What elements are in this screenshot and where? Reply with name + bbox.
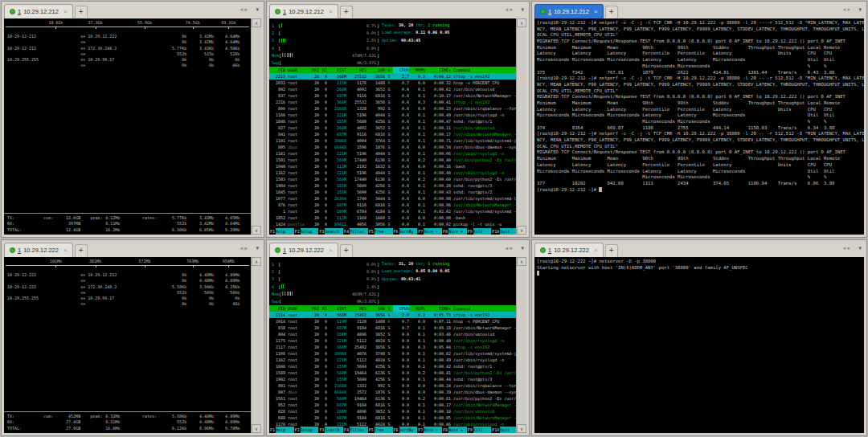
fkey-f2[interactable]: F2Setup bbox=[294, 427, 319, 434]
tab-menu-icon[interactable]: ▾ bbox=[256, 6, 259, 13]
fkey-f5[interactable]: F5Tree bbox=[368, 427, 393, 434]
process-row[interactable]: 837root200687M91166816S0.00.10:10.17/usr… bbox=[269, 92, 516, 99]
process-row[interactable]: 800root200216881328992S0.00.00:00.23/usr… bbox=[269, 105, 516, 112]
process-row[interactable]: 802root200268M40923652S0.00.10:00.62/usr… bbox=[269, 86, 516, 92]
terminal-tab[interactable]: 1 10.29.12.222 × bbox=[534, 243, 604, 257]
htop-terminal[interactable]: 1[0.0%]2[0.0%]3[0.0%]4[1.4%]Mem[403M/7.6… bbox=[269, 257, 516, 433]
fkey-f8[interactable]: F8Nice + bbox=[442, 228, 467, 235]
fkey-f3[interactable]: F3Search bbox=[318, 228, 343, 235]
process-row[interactable]: 2114root200368M254923656S2.00.30:05.73if… bbox=[269, 312, 516, 318]
column-header-nice[interactable]: NI bbox=[319, 305, 327, 312]
process-row[interactable]: 848root200687M91046816S0.00.10:00.05/usr… bbox=[269, 415, 516, 421]
column-header-time[interactable]: TIME+ bbox=[425, 305, 451, 312]
column-header-shr[interactable]: SHR bbox=[366, 305, 385, 312]
tab-close-icon[interactable]: × bbox=[63, 8, 68, 15]
fkey-f10[interactable]: F10Quit bbox=[491, 228, 516, 235]
fkey-f9[interactable]: F9Kill bbox=[467, 427, 492, 434]
column-header-nice[interactable]: NI bbox=[319, 67, 327, 73]
fkey-f1[interactable]: F1Help bbox=[269, 228, 294, 235]
scroll-down-icon[interactable]: ∨ bbox=[517, 226, 526, 235]
scroll-up-icon[interactable]: ∧ bbox=[252, 257, 261, 266]
column-header-state[interactable]: S bbox=[385, 67, 393, 73]
netperf-terminal[interactable]: [root@10-29-12-212 ~]# netperf -c -C -j … bbox=[534, 18, 864, 235]
terminal-tab[interactable]: 1 10.29.12.222 × bbox=[269, 243, 338, 257]
process-row[interactable]: 2117root200368M254923656S0.00.30:05.04if… bbox=[269, 344, 516, 350]
column-header-user[interactable]: USER bbox=[285, 305, 309, 312]
process-row[interactable]: 827root200268M40923652S0.00.10:00.11/usr… bbox=[269, 125, 516, 131]
process-row[interactable]: 1108root2003906840763748S0.00.10:00.82/u… bbox=[269, 350, 516, 357]
fkey-f6[interactable]: F6SortBy bbox=[393, 427, 418, 434]
process-row[interactable]: 2014root200119M21281488R0.70.00:07.11hto… bbox=[269, 318, 516, 325]
scroll-up-icon[interactable]: ∧ bbox=[517, 18, 526, 27]
fkey-f3[interactable]: F3Search bbox=[318, 427, 343, 434]
process-row[interactable]: 1583root200560M174406136S0.00.20:00.60/u… bbox=[269, 176, 516, 182]
column-header-command[interactable]: Command bbox=[451, 67, 516, 73]
process-row[interactable]: 1162root200221M51964044S0.00.10:00.40/us… bbox=[269, 169, 516, 176]
scroll-down-icon[interactable]: ∨ bbox=[252, 226, 261, 235]
column-header-command[interactable]: Command bbox=[451, 305, 516, 312]
column-header-virt[interactable]: VIRT bbox=[327, 67, 346, 73]
tab-scroll-arrows-icon[interactable]: ◂ ▸ bbox=[843, 6, 850, 13]
fkey-f2[interactable]: F2Setup bbox=[294, 228, 319, 235]
tab-scroll-arrows-icon[interactable]: ◂ ▸ bbox=[506, 245, 513, 251]
column-header-shr[interactable]: SHR bbox=[366, 67, 385, 73]
scrollbar[interactable]: ∧ ∨ bbox=[251, 18, 261, 235]
process-row[interactable]: 1161root200221M51964044S0.00.10:00.06/us… bbox=[269, 150, 516, 157]
process-row[interactable]: 1160root200221M51964044S0.00.10:00.49/us… bbox=[269, 112, 516, 118]
process-row[interactable]: 841root200687M91166816S0.00.10:00.17/usr… bbox=[269, 131, 516, 137]
fkey-f5[interactable]: F5Tree bbox=[368, 228, 393, 235]
column-header-pid[interactable]: PID bbox=[269, 305, 285, 312]
fkey-f9[interactable]: F9Kill bbox=[467, 228, 492, 235]
process-row[interactable]: 801root200216881332992S0.00.00:00.24/usr… bbox=[269, 382, 516, 389]
fkey-f8[interactable]: F8Nice + bbox=[442, 427, 467, 434]
column-header-mem-pct[interactable]: MEM% bbox=[409, 305, 425, 312]
tab-menu-icon[interactable]: ▾ bbox=[521, 245, 524, 251]
process-row[interactable]: 1101root2003906840043764S0.00.10:00.71/u… bbox=[269, 137, 516, 144]
scroll-down-icon[interactable]: ∨ bbox=[517, 424, 526, 433]
fkey-f1[interactable]: F1Help bbox=[269, 427, 294, 434]
scroll-up-icon[interactable]: ∧ bbox=[252, 18, 261, 27]
column-header-virt[interactable]: VIRT bbox=[327, 305, 346, 312]
process-row[interactable]: 1175root200221M51124024S0.00.10:00.40/us… bbox=[269, 337, 516, 344]
iftop-terminal[interactable]: 191Mb381Mb572Mb763Mb954Mb10-29-12-222=> … bbox=[4, 257, 251, 433]
scroll-up-icon[interactable]: ∧ bbox=[517, 257, 526, 266]
terminal-tab[interactable]: 1 10.29.12.212 × bbox=[269, 4, 338, 18]
tab-menu-icon[interactable]: ▾ bbox=[521, 6, 524, 13]
tab-scroll-arrows-icon[interactable]: ◂ ▸ bbox=[240, 6, 248, 13]
tab-close-icon[interactable]: × bbox=[329, 247, 333, 254]
tab-scroll-arrows-icon[interactable]: ◂ ▸ bbox=[506, 6, 513, 13]
column-header-state[interactable]: S bbox=[385, 305, 393, 312]
new-tab-button[interactable]: + bbox=[340, 6, 353, 18]
column-header-res[interactable]: RES bbox=[346, 67, 366, 73]
tab-menu-icon[interactable]: ▾ bbox=[256, 245, 259, 251]
scrollbar[interactable]: ∧ ∨ bbox=[516, 257, 526, 433]
tab-menu-icon[interactable]: ▾ bbox=[858, 6, 862, 13]
fkey-f7[interactable]: F7Nice - bbox=[417, 427, 442, 434]
process-row[interactable]: 2213root200368M255323656S2.70.30:04.12if… bbox=[269, 73, 516, 80]
process-row[interactable]: 1848root200155M56804256S0.00.10:00.47ssh… bbox=[269, 118, 516, 125]
column-header-cpu-pct[interactable]: CPU% bbox=[393, 305, 409, 312]
terminal-tab[interactable]: 1 10.29.12.222 × bbox=[4, 243, 73, 257]
column-header-pri[interactable]: PRI bbox=[309, 305, 319, 312]
process-row[interactable]: 2032root200115M11761488R0.70.00:00.32hto… bbox=[269, 80, 516, 86]
tab-scroll-arrows-icon[interactable]: ◂ ▸ bbox=[240, 245, 248, 251]
tab-close-icon[interactable]: × bbox=[594, 247, 598, 254]
process-row[interactable]: 1846root200155M56044256S0.00.10:00.42ssh… bbox=[269, 363, 516, 370]
scrollbar[interactable]: ∧ ∨ bbox=[516, 18, 526, 235]
column-header-res[interactable]: RES bbox=[346, 305, 366, 312]
tab-close-icon[interactable]: × bbox=[63, 247, 68, 254]
process-row[interactable]: 1581root200560M174406136S0.00.20:00.40/u… bbox=[269, 157, 516, 163]
new-tab-button[interactable]: + bbox=[75, 244, 88, 257]
process-row[interactable]: 1561root200560M194646136S0.00.20:00.61/u… bbox=[269, 395, 516, 402]
column-header-user[interactable]: USER bbox=[285, 67, 309, 73]
column-header-pri[interactable]: PRI bbox=[309, 67, 319, 73]
fkey-f4[interactable]: F4Filter bbox=[343, 427, 368, 434]
column-header-mem-pct[interactable]: MEM% bbox=[409, 67, 425, 73]
new-tab-button[interactable]: + bbox=[340, 244, 353, 257]
scrollbar[interactable]: ∧ ∨ bbox=[251, 257, 261, 433]
process-row[interactable]: 1424postfix2008981240563056S0.00.10:00.0… bbox=[269, 221, 516, 227]
tab-close-icon[interactable]: × bbox=[329, 8, 333, 15]
process-row[interactable]: 1845root200155M56004256S0.00.10:00.43ssh… bbox=[269, 189, 516, 195]
fkey-f4[interactable]: F4Filter bbox=[343, 228, 368, 235]
column-header-pid[interactable]: PID bbox=[269, 67, 285, 73]
